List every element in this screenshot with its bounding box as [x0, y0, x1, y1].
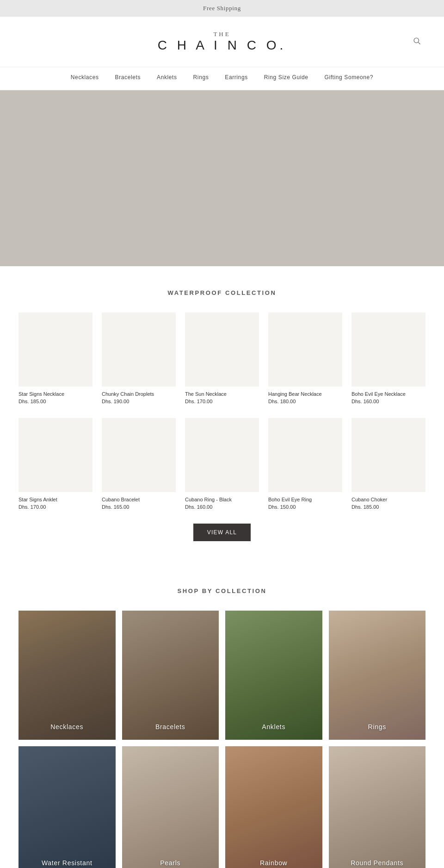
- product-image: [18, 312, 92, 387]
- top-banner: Free Shipping: [0, 0, 444, 17]
- product-card[interactable]: Hanging Bear Necklace Dhs. 180.00: [268, 312, 342, 404]
- collection-label: Bracelets: [122, 723, 219, 731]
- banner-text: Free Shipping: [203, 5, 241, 12]
- product-image: [268, 312, 342, 387]
- product-price: Dhs. 185.00: [18, 399, 92, 404]
- logo[interactable]: THE C H A I N C O.: [158, 31, 286, 53]
- hero-image: [0, 90, 444, 266]
- product-card[interactable]: Boho Evil Eye Necklace Dhs. 160.00: [352, 312, 426, 404]
- product-price: Dhs. 170.00: [185, 399, 259, 404]
- nav-ring-size-guide[interactable]: Ring Size Guide: [264, 74, 308, 81]
- product-price: Dhs. 160.00: [352, 399, 426, 404]
- product-name: Boho Evil Eye Ring: [268, 497, 342, 502]
- collection-image: [122, 611, 219, 740]
- product-image: [352, 418, 426, 492]
- product-image: [18, 418, 92, 492]
- product-name: Boho Evil Eye Necklace: [352, 391, 426, 397]
- product-image: [185, 418, 259, 492]
- collection-label: Water Resistant: [18, 859, 116, 867]
- product-name: Cubano Choker: [352, 497, 426, 502]
- shop-by-collection-section: SHOP BY COLLECTION Necklaces Bracelets A…: [0, 578, 444, 868]
- product-price: Dhs. 150.00: [268, 504, 342, 510]
- collection-card[interactable]: Necklaces: [18, 611, 116, 740]
- product-card[interactable]: The Sun Necklace Dhs. 170.00: [185, 312, 259, 404]
- product-name: Cubano Bracelet: [102, 497, 176, 502]
- product-image: [102, 418, 176, 492]
- logo-brand: C H A I N C O.: [158, 38, 286, 52]
- collection-card[interactable]: Pearls: [122, 746, 219, 868]
- nav-earrings[interactable]: Earrings: [225, 74, 247, 81]
- header: THE C H A I N C O.: [0, 17, 444, 67]
- view-all-button[interactable]: VIEW ALL: [193, 524, 251, 541]
- product-name: Cubano Ring - Black: [185, 497, 259, 502]
- shop-by-collection-title: SHOP BY COLLECTION: [18, 587, 426, 594]
- collection-card[interactable]: Round Pendants: [329, 746, 426, 868]
- nav-gifting[interactable]: Gifting Someone?: [324, 74, 373, 81]
- collection-card[interactable]: Water Resistant: [18, 746, 116, 868]
- product-name: The Sun Necklace: [185, 391, 259, 397]
- product-name: Hanging Bear Necklace: [268, 391, 342, 397]
- waterproof-collection-section: WATERPROOF COLLECTION Star Signs Necklac…: [0, 266, 444, 578]
- product-card[interactable]: Cubano Ring - Black Dhs. 160.00: [185, 418, 259, 510]
- product-price: Dhs. 165.00: [102, 504, 176, 510]
- product-card[interactable]: Cubano Choker Dhs. 185.00: [352, 418, 426, 510]
- collection-grid: Necklaces Bracelets Anklets Rings Water …: [18, 611, 426, 868]
- product-name: Star Signs Necklace: [18, 391, 92, 397]
- product-price: Dhs. 170.00: [18, 504, 92, 510]
- collection-card[interactable]: Anklets: [225, 611, 322, 740]
- collection-image: [225, 611, 322, 740]
- waterproof-section-title: WATERPROOF COLLECTION: [18, 289, 426, 296]
- product-price: Dhs. 185.00: [352, 504, 426, 510]
- product-price: Dhs. 160.00: [185, 504, 259, 510]
- collection-label: Rings: [329, 723, 426, 731]
- collection-image: [122, 746, 219, 868]
- collection-image: [18, 611, 116, 740]
- product-card[interactable]: Chunky Chain Droplets Dhs. 190.00: [102, 312, 176, 404]
- nav-bracelets[interactable]: Bracelets: [115, 74, 141, 81]
- collection-card[interactable]: Bracelets: [122, 611, 219, 740]
- product-image: [185, 312, 259, 387]
- product-name: Star Signs Anklet: [18, 497, 92, 502]
- collection-label: Pearls: [122, 859, 219, 867]
- product-image: [102, 312, 176, 387]
- collection-label: Round Pendants: [329, 859, 426, 867]
- collection-image: [329, 611, 426, 740]
- product-card[interactable]: Star Signs Necklace Dhs. 185.00: [18, 312, 92, 404]
- collection-image: [225, 746, 322, 868]
- view-all-wrapper: VIEW ALL: [18, 524, 426, 541]
- collection-card[interactable]: Rings: [329, 611, 426, 740]
- product-card[interactable]: Cubano Bracelet Dhs. 165.00: [102, 418, 176, 510]
- nav-rings[interactable]: Rings: [193, 74, 209, 81]
- collection-card[interactable]: Rainbow: [225, 746, 322, 868]
- nav-anklets[interactable]: Anklets: [157, 74, 177, 81]
- collection-label: Necklaces: [18, 723, 116, 731]
- svg-point-0: [414, 38, 419, 43]
- product-price: Dhs. 180.00: [268, 399, 342, 404]
- collection-image: [329, 746, 426, 868]
- product-image: [352, 312, 426, 387]
- collection-image: [18, 746, 116, 868]
- search-icon[interactable]: [413, 37, 421, 47]
- nav-necklaces[interactable]: Necklaces: [71, 74, 99, 81]
- collection-label: Rainbow: [225, 859, 322, 867]
- product-image: [268, 418, 342, 492]
- product-card[interactable]: Boho Evil Eye Ring Dhs. 150.00: [268, 418, 342, 510]
- products-row-2: Star Signs Anklet Dhs. 170.00 Cubano Bra…: [18, 418, 426, 510]
- products-row-1: Star Signs Necklace Dhs. 185.00 Chunky C…: [18, 312, 426, 404]
- product-card[interactable]: Star Signs Anklet Dhs. 170.00: [18, 418, 92, 510]
- logo-the: THE: [158, 31, 286, 38]
- product-price: Dhs. 190.00: [102, 399, 176, 404]
- main-nav: Necklaces Bracelets Anklets Rings Earrin…: [0, 67, 444, 90]
- collection-label: Anklets: [225, 723, 322, 731]
- product-name: Chunky Chain Droplets: [102, 391, 176, 397]
- svg-line-1: [418, 42, 420, 44]
